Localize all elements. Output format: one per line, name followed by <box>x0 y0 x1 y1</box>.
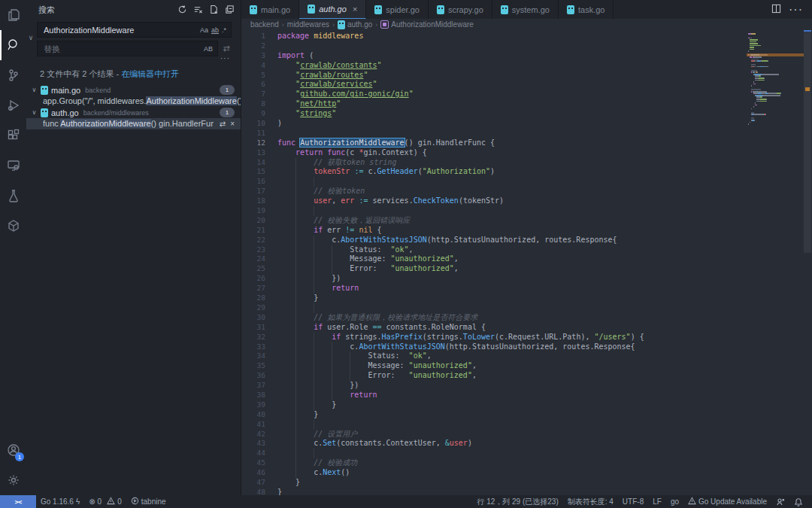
code-line[interactable]: 2 <box>241 41 744 51</box>
code-line[interactable]: 9 "strings" <box>241 109 744 119</box>
explorer-icon[interactable] <box>0 0 26 30</box>
code-line[interactable]: 21 if err != nil { <box>241 226 744 236</box>
chevron-down-icon[interactable]: ∨ <box>31 87 38 93</box>
tab-scrapy.go[interactable]: scrapy.go <box>429 0 492 19</box>
search-input[interactable] <box>42 25 198 35</box>
more-actions-icon[interactable]: ··· <box>789 3 803 17</box>
code-line[interactable]: 34 Status: "ok", <box>241 351 744 361</box>
dismiss-icon[interactable]: × <box>230 118 235 129</box>
new-search-editor-icon[interactable] <box>209 5 219 16</box>
preserve-case-icon[interactable]: AB <box>202 44 214 53</box>
regex-icon[interactable]: .* <box>220 26 228 35</box>
code-line[interactable]: 6 "crawlab/services" <box>241 80 744 90</box>
remote-explorer-icon[interactable] <box>0 151 26 181</box>
settings-gear-icon[interactable] <box>0 465 26 495</box>
tab-close-icon[interactable]: × <box>353 5 357 14</box>
search-file-row[interactable]: ∨auth.gobackend/middlewares1 <box>26 107 241 118</box>
code-line[interactable]: 12func AuthorizationMiddleware() gin.Han… <box>241 138 744 148</box>
extensions-icon[interactable] <box>0 120 26 151</box>
feedback-icon[interactable] <box>771 495 789 508</box>
open-in-editor-link[interactable]: 在编辑器中打开 <box>121 69 179 78</box>
collapse-all-icon[interactable] <box>225 5 235 16</box>
search-result-row[interactable]: func AuthorizationMiddleware() gin.Handl… <box>26 118 241 129</box>
code-line[interactable]: 23 Status: "ok", <box>241 245 744 255</box>
code-line[interactable]: 3import ( <box>241 51 744 61</box>
code-line[interactable]: 17 // 校验token <box>241 187 744 196</box>
search-result-row[interactable]: app.Group("/", middlewares.Authorization… <box>26 96 241 107</box>
replace-all-icon[interactable]: ⇄ <box>221 44 232 53</box>
language-mode[interactable]: go <box>666 495 683 508</box>
code-line[interactable]: 31 if user.Role == constants.RoleNormal … <box>241 323 744 333</box>
go-version-status[interactable]: Go 1.16.6ϟ <box>36 495 84 508</box>
code-line[interactable]: 33 c.AbortWithStatusJSON(http.StatusUnau… <box>241 342 744 352</box>
code-line[interactable]: 24 Message: "unauthorized", <box>241 254 744 264</box>
code-line[interactable]: 19 <box>241 206 744 216</box>
tabnine-status[interactable]: tabnine <box>126 495 171 508</box>
code-line[interactable]: 48} <box>241 488 744 495</box>
split-editor-icon[interactable] <box>771 3 781 17</box>
match-case-icon[interactable]: Aa <box>198 26 210 35</box>
code-line[interactable]: 35 Message: "unauthorized", <box>241 361 744 371</box>
tab-task.go[interactable]: task.go <box>559 0 614 19</box>
code-line[interactable]: 25 Error: "unauthorized", <box>241 264 744 274</box>
code-line[interactable]: 40 } <box>241 410 744 420</box>
replace-input[interactable] <box>42 44 202 54</box>
code-line[interactable]: 22 c.AbortWithStatusJSON(http.StatusUnau… <box>241 236 744 245</box>
code-line[interactable]: 5 "crawlab/routes" <box>241 71 744 81</box>
go-update-status[interactable]: Go Update Available <box>683 495 771 508</box>
tab-auth.go[interactable]: auth.go× <box>299 0 366 19</box>
toggle-replace-chevron[interactable]: ∨ <box>27 34 35 41</box>
code-line[interactable]: 46 c.Next() <box>241 468 744 478</box>
code-line[interactable]: 11 <box>241 129 744 138</box>
code-line[interactable]: 29 <box>241 303 744 313</box>
code-line[interactable]: 1package middlewares <box>241 32 744 41</box>
code-line[interactable]: 47 } <box>241 478 744 488</box>
tab-main.go[interactable]: main.go <box>241 0 299 19</box>
remote-indicator[interactable]: >< <box>0 495 36 508</box>
code-line[interactable]: 13 return func(c *gin.Context) { <box>241 148 744 158</box>
test-icon[interactable] <box>0 181 26 211</box>
code-line[interactable]: 44 <box>241 449 744 458</box>
code-line[interactable]: 16 <box>241 177 744 187</box>
clear-results-icon[interactable] <box>193 5 203 16</box>
package-icon[interactable] <box>0 211 26 241</box>
chevron-down-icon[interactable]: ∨ <box>31 109 38 116</box>
scrollbar[interactable] <box>803 30 812 495</box>
code-line[interactable]: 4 "crawlab/constants" <box>241 61 744 71</box>
breadcrumb-item-AuthorizationMiddleware[interactable]: AuthorizationMiddleware <box>380 20 474 29</box>
refresh-icon[interactable] <box>177 5 187 16</box>
search-icon[interactable] <box>0 30 26 60</box>
code-line[interactable]: 36 Error: "unauthorized", <box>241 371 744 381</box>
breadcrumb-item-backend[interactable]: backend <box>250 20 279 29</box>
search-file-row[interactable]: ∨main.gobackend1 <box>26 84 241 96</box>
notifications-bell-icon[interactable] <box>789 495 807 508</box>
accounts-icon[interactable]: 1 <box>0 435 26 465</box>
code-line[interactable]: 15 tokenStr := c.GetHeader("Authorizatio… <box>241 167 744 177</box>
tab-spider.go[interactable]: spider.go <box>366 0 429 19</box>
code-line[interactable]: 7 "github.com/gin-gonic/gin" <box>241 90 744 99</box>
problems-status[interactable]: ⊗0 0 <box>84 495 126 508</box>
whole-word-icon[interactable]: ab <box>210 26 220 35</box>
code-line[interactable]: 14 // 获取token string <box>241 158 744 168</box>
eol-status[interactable]: LF <box>648 495 666 508</box>
code-line[interactable]: 28 } <box>241 294 744 303</box>
code-editor[interactable]: 1package middlewares23import (4 "crawlab… <box>241 30 812 495</box>
tab-system.go[interactable]: system.go <box>492 0 559 19</box>
code-line[interactable]: 43 c.Set(constants.ContextUser, &user) <box>241 439 744 449</box>
minimap[interactable] <box>748 33 802 125</box>
toggle-search-details[interactable]: ··· <box>26 56 241 64</box>
code-line[interactable]: 27 return <box>241 284 744 294</box>
indentation-status[interactable]: 制表符长度: 4 <box>563 495 618 508</box>
code-line[interactable]: 32 if strings.HasPrefix(strings.ToLower(… <box>241 333 744 342</box>
code-line[interactable]: 41 <box>241 420 744 430</box>
breadcrumb-item-auth.go[interactable]: auth.go <box>338 20 372 29</box>
code-area[interactable]: 1package middlewares23import (4 "crawlab… <box>241 30 744 495</box>
breadcrumb-item-middlewares[interactable]: middlewares <box>287 20 329 29</box>
run-debug-icon[interactable] <box>0 90 26 120</box>
code-line[interactable]: 42 // 设置用户 <box>241 430 744 440</box>
code-line[interactable]: 39 } <box>241 400 744 410</box>
code-line[interactable]: 10) <box>241 119 744 129</box>
code-line[interactable]: 18 user, err := services.CheckToken(toke… <box>241 196 744 206</box>
source-control-icon[interactable] <box>0 60 26 90</box>
code-line[interactable]: 20 // 校验失败，返回错误响应 <box>241 216 744 226</box>
